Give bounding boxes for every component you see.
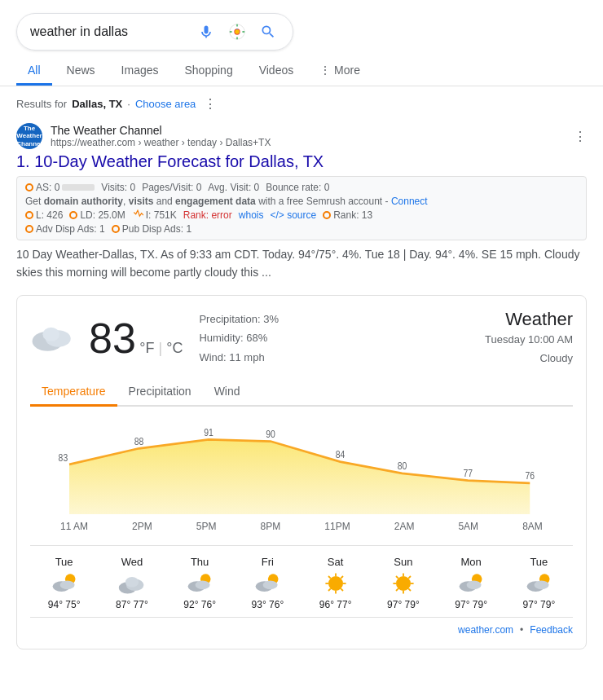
search-submit-icon[interactable]: [257, 20, 279, 43]
forecast-day-5[interactable]: Sat 96° 77°: [306, 556, 365, 610]
time-2am: 2AM: [394, 521, 415, 532]
forecast-day-1[interactable]: Tue 94° 75°: [35, 556, 94, 610]
mic-icon[interactable]: [195, 20, 218, 43]
search-icons: [195, 20, 279, 43]
svg-text:77: 77: [463, 468, 473, 478]
result-source-url: https://weather.com › weather › tenday ›…: [51, 137, 271, 148]
as-circle-icon: [25, 183, 33, 192]
svg-text:91: 91: [204, 427, 213, 438]
weather-main-row: 83 °F | °C Precipitation: 3% Humidity: 6…: [30, 309, 573, 368]
weather-condition-icon: [30, 318, 79, 359]
weather-details: Precipitation: 3% Humidity: 68% Wind: 11…: [199, 310, 279, 367]
forecast-icon-1: [50, 571, 79, 596]
weather-source-link[interactable]: weather.com: [458, 624, 513, 636]
google-lens-icon[interactable]: [226, 20, 249, 43]
whois-link[interactable]: whois: [239, 209, 264, 221]
forecast-day-7[interactable]: Mon 97° 79°: [442, 556, 500, 610]
forecast-day-3[interactable]: Thu 92° 76°: [170, 556, 229, 610]
time-5am: 5AM: [458, 521, 478, 532]
ld-circle-icon: [69, 211, 77, 219]
svg-text:76: 76: [525, 470, 535, 481]
weather-footer: weather.com • Feedback: [30, 617, 573, 636]
weather-tab-wind[interactable]: Wind: [203, 378, 252, 407]
forecast-icon-3: [185, 571, 214, 596]
svg-text:90: 90: [266, 429, 275, 439]
forecast-day-2[interactable]: Wed 87° 77°: [103, 556, 161, 610]
tab-videos[interactable]: Videos: [248, 57, 306, 86]
feedback-link[interactable]: Feedback: [530, 624, 573, 636]
results-for-prefix: Results for: [16, 98, 67, 110]
svg-line-34: [328, 588, 331, 591]
svg-point-16: [59, 580, 74, 589]
svg-point-26: [328, 576, 343, 591]
search-result-1: TheWeatherChannel The Weather Channel ht…: [16, 123, 587, 282]
svg-text:84: 84: [336, 449, 346, 460]
source-link[interactable]: </> source: [270, 209, 316, 221]
svg-point-4: [42, 328, 59, 341]
search-box[interactable]: weather in dallas: [16, 13, 293, 51]
nav-tabs: All News Images Shopping Videos ⋮ More: [0, 51, 603, 86]
temperature-chart: 83 88 91 90 84 80 77 76: [30, 416, 573, 514]
l-circle-icon: [25, 211, 33, 219]
forecast-icon-2: [117, 571, 147, 596]
weather-tab-precipitation[interactable]: Precipitation: [117, 378, 203, 407]
pub-circle-icon: [112, 225, 120, 233]
result-title-link[interactable]: 1. 10-Day Weather Forecast for Dallas, T…: [16, 152, 587, 171]
tab-news[interactable]: News: [55, 57, 107, 86]
seo-metrics-bar: AS: 0 Visits: 0 Pages/Visit: 0 Avg. Visi…: [16, 176, 587, 240]
forecast-day-6[interactable]: Sun 97° 79°: [374, 556, 433, 610]
forecast-icon-5: [321, 571, 350, 596]
weather-tab-temperature[interactable]: Temperature: [30, 378, 117, 407]
result-source-name: The Weather Channel: [51, 124, 271, 137]
svg-point-35: [396, 576, 411, 591]
result-snippet: 10 Day Weather-Dallas, TX. As of 9:33 am…: [16, 245, 587, 282]
svg-text:83: 83: [59, 451, 68, 462]
svg-text:88: 88: [134, 436, 144, 447]
weather-right: Weather Tuesday 10:00 AM Cloudy: [485, 309, 573, 368]
daily-forecast: Tue 94° 75° Wed 87° 77°: [30, 545, 573, 610]
time-5pm: 5PM: [196, 521, 217, 532]
weather-temperature: 83: [89, 315, 136, 362]
weather-title: Weather: [485, 309, 573, 330]
svg-point-1: [235, 29, 240, 34]
search-query-text: weather in dallas: [30, 24, 188, 39]
rank-circle-icon: [323, 211, 331, 219]
svg-line-42: [408, 576, 411, 579]
weather-left: 83 °F | °C Precipitation: 3% Humidity: 6…: [30, 310, 279, 367]
forecast-day-4[interactable]: Fri 93° 76°: [238, 556, 297, 610]
forecast-icon-7: [456, 571, 486, 596]
search-area: weather in dallas: [0, 0, 603, 51]
adv-circle-icon: [25, 225, 33, 233]
svg-line-43: [396, 588, 398, 591]
time-11pm: 11PM: [324, 521, 350, 532]
as-bar: [62, 184, 95, 191]
svg-point-19: [125, 576, 139, 587]
svg-point-25: [263, 580, 278, 589]
result-source: TheWeatherChannel The Weather Channel ht…: [16, 123, 587, 149]
svg-line-40: [396, 576, 398, 579]
svg-line-31: [328, 576, 331, 579]
weather-tabs: Temperature Precipitation Wind: [30, 378, 573, 407]
result-favicon: TheWeatherChannel: [16, 123, 42, 149]
results-options-icon[interactable]: ⋮: [204, 96, 217, 112]
choose-area-link[interactable]: Choose area: [135, 98, 196, 110]
forecast-icon-4: [253, 571, 282, 596]
tab-more[interactable]: ⋮ More: [308, 57, 372, 86]
temp-unit: °F | °C: [139, 340, 183, 356]
time-8am: 8AM: [522, 521, 543, 532]
weather-widget: 83 °F | °C Precipitation: 3% Humidity: 6…: [16, 295, 587, 649]
svg-point-22: [196, 580, 210, 589]
hourly-times: 11 AM 2PM 5PM 8PM 11PM 2AM 5AM 8AM: [30, 521, 573, 532]
weather-condition-text: Cloudy: [485, 349, 573, 368]
svg-line-33: [341, 576, 343, 579]
svg-line-41: [408, 588, 411, 591]
main-content: Results for Dallas, TX · Choose area ⋮ T…: [0, 86, 603, 672]
tab-images[interactable]: Images: [110, 57, 170, 86]
connect-link[interactable]: Connect: [391, 196, 428, 207]
forecast-day-8[interactable]: Tue 97° 79°: [509, 556, 568, 610]
result-options-icon[interactable]: ⋮: [574, 129, 587, 144]
time-11am: 11 AM: [60, 521, 88, 532]
tab-all[interactable]: All: [16, 57, 52, 86]
tab-shopping[interactable]: Shopping: [174, 57, 244, 86]
time-2pm: 2PM: [132, 521, 152, 532]
